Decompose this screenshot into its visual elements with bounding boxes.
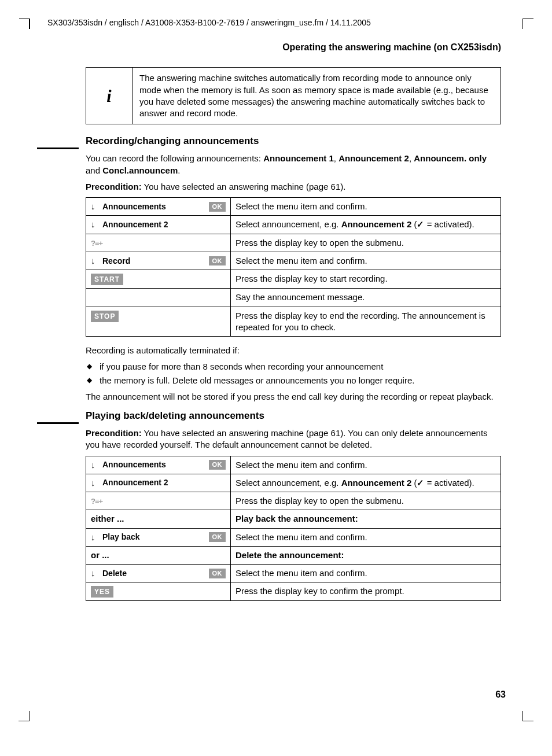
info-text: The answering machine switches automatic… xyxy=(133,68,501,124)
step-desc-cell: Press the display key to open the submen… xyxy=(231,492,501,510)
precondition-1: Precondition: You have selected an answe… xyxy=(86,181,501,193)
menu-label: Announcements xyxy=(102,201,205,212)
table-row: ↓DeleteOKSelect the menu item and confir… xyxy=(86,565,501,582)
step-desc-cell: Delete the announcement: xyxy=(231,546,501,564)
table-row: YESPress the display key to confirm the … xyxy=(86,582,501,601)
table-row: STOPPress the display key to end the rec… xyxy=(86,307,501,337)
page-title: Operating the answering machine (on CX25… xyxy=(86,41,501,54)
steps-table-2: ↓AnnouncementsOKSelect the menu item and… xyxy=(86,456,501,602)
menu-label: Announcement 2 xyxy=(102,477,226,488)
down-arrow-icon: ↓ xyxy=(91,459,99,471)
header-path: SX303/353isdn / englisch / A31008-X353-B… xyxy=(47,17,513,28)
key-badge: STOP xyxy=(91,311,119,322)
step-desc-cell: Press the display key to confirm the pro… xyxy=(231,582,501,601)
down-arrow-icon: ↓ xyxy=(91,567,99,579)
table-row: ↓Announcement 2Select announcement, e.g.… xyxy=(86,474,501,492)
step-key-cell: either ... xyxy=(86,510,231,528)
table-row: ?≡+Press the display key to open the sub… xyxy=(86,234,501,252)
crop-mark-bl xyxy=(29,711,39,721)
step-desc-cell: Say the announcement message. xyxy=(231,289,501,307)
step-key-cell: ↓Play backOK xyxy=(86,528,231,546)
key-badge: YES xyxy=(91,586,113,598)
submenu-icon: ?≡+ xyxy=(91,239,102,248)
tail-1: Recording is automatically terminated if… xyxy=(86,345,501,356)
step-key-cell: ↓Announcement 2 xyxy=(86,216,231,234)
crop-mark-tr xyxy=(513,19,523,29)
bullet-list: if you pause for more than 8 seconds whe… xyxy=(86,361,501,386)
intro-b2: Announcement 2 xyxy=(338,153,409,163)
table-row: ↓Play backOKSelect the menu item and con… xyxy=(86,528,501,546)
table-row: or ...Delete the announcement: xyxy=(86,546,501,564)
step-desc-cell: Press the display key to start recording… xyxy=(231,270,501,289)
menu-label: Announcements xyxy=(102,459,205,470)
intro-text: You can record the following announcemen… xyxy=(86,153,501,176)
heading-playback: Playing back/deleting announcements xyxy=(86,410,501,423)
info-box: i The answering machine switches automat… xyxy=(86,67,501,124)
tail-2: The announcement will not be stored if y… xyxy=(86,391,501,403)
table-row: ↓AnnouncementsOKSelect the menu item and… xyxy=(86,198,501,216)
menu-label: Delete xyxy=(102,568,205,579)
step-desc-cell: Select the menu item and confirm. xyxy=(231,565,501,582)
step-key-cell: ↓RecordOK xyxy=(86,252,231,270)
step-key-cell: or ... xyxy=(86,546,231,564)
ok-badge: OK xyxy=(209,569,226,578)
step-desc-cell: Press the display key to open the submen… xyxy=(231,234,501,252)
table-row: ↓RecordOKSelect the menu item and confir… xyxy=(86,252,501,270)
menu-label: Play back xyxy=(102,532,205,543)
ok-badge: OK xyxy=(209,256,226,266)
precond-label: Precondition: xyxy=(86,182,142,191)
step-desc-cell: Select announcement, e.g. Announcement 2… xyxy=(231,216,501,234)
steps-table-1: ↓AnnouncementsOKSelect the menu item and… xyxy=(86,197,501,337)
step-key-cell: ?≡+ xyxy=(86,234,231,252)
step-key-cell: ↓DeleteOK xyxy=(86,565,231,582)
step-key-cell xyxy=(86,289,231,307)
precond-text: You have selected an answering machine (… xyxy=(142,182,346,191)
page-number: 63 xyxy=(495,688,506,701)
step-key-cell: START xyxy=(86,270,231,289)
step-desc-cell: Play back the announcement: xyxy=(231,510,501,528)
intro-b3: Announcem. only xyxy=(414,153,487,163)
step-desc-cell: Select the menu item and confirm. xyxy=(231,198,501,216)
precondition-2: Precondition: You have selected an answe… xyxy=(86,427,501,451)
step-desc-cell: Select the menu item and confirm. xyxy=(231,252,501,270)
step-key-cell: ?≡+ xyxy=(86,492,231,510)
step-key-cell: ↓AnnouncementsOK xyxy=(86,456,231,474)
either-or-label: either ... xyxy=(91,514,124,523)
step-key-cell: ↓Announcement 2 xyxy=(86,474,231,492)
step-desc-cell: Select the menu item and confirm. xyxy=(231,528,501,546)
table-row: ↓AnnouncementsOKSelect the menu item and… xyxy=(86,456,501,474)
ok-badge: OK xyxy=(209,202,226,212)
table-row: STARTPress the display key to start reco… xyxy=(86,270,501,289)
precond-label-2: Precondition: xyxy=(86,428,142,438)
ok-badge: OK xyxy=(209,532,226,542)
down-arrow-icon: ↓ xyxy=(91,255,99,267)
step-key-cell: STOP xyxy=(86,307,231,337)
menu-label: Announcement 2 xyxy=(102,219,226,230)
either-or-label: or ... xyxy=(91,550,109,560)
list-item: if you pause for more than 8 seconds whe… xyxy=(86,361,501,373)
heading-recording: Recording/changing announcements xyxy=(86,135,501,148)
crop-mark-tl xyxy=(29,19,39,29)
intro-b4: Concl.announcem xyxy=(102,165,178,175)
down-arrow-icon: ↓ xyxy=(91,201,99,212)
key-badge: START xyxy=(91,274,123,285)
list-item: the memory is full. Delete old messages … xyxy=(86,375,501,386)
submenu-icon: ?≡+ xyxy=(91,497,102,506)
table-row: Say the announcement message. xyxy=(86,289,501,307)
intro-b1: Announcement 1 xyxy=(263,153,334,163)
menu-label: Record xyxy=(102,256,205,267)
step-desc-cell: Select the menu item and confirm. xyxy=(231,456,501,474)
table-row: ↓Announcement 2Select announcement, e.g.… xyxy=(86,216,501,234)
precond-text-2: You have selected an answering machine (… xyxy=(86,428,488,449)
step-key-cell: YES xyxy=(86,582,231,601)
step-desc-cell: Select announcement, e.g. Announcement 2… xyxy=(231,474,501,492)
step-key-cell: ↓AnnouncementsOK xyxy=(86,198,231,216)
intro-a: You can record the following announcemen… xyxy=(86,153,263,163)
ok-badge: OK xyxy=(209,460,226,470)
table-row: ?≡+Press the display key to open the sub… xyxy=(86,492,501,510)
crop-mark-br xyxy=(513,711,523,721)
info-icon: i xyxy=(86,68,133,124)
table-row: either ...Play back the announcement: xyxy=(86,510,501,528)
page-content: Operating the answering machine (on CX25… xyxy=(86,41,501,602)
down-arrow-icon: ↓ xyxy=(91,219,99,230)
